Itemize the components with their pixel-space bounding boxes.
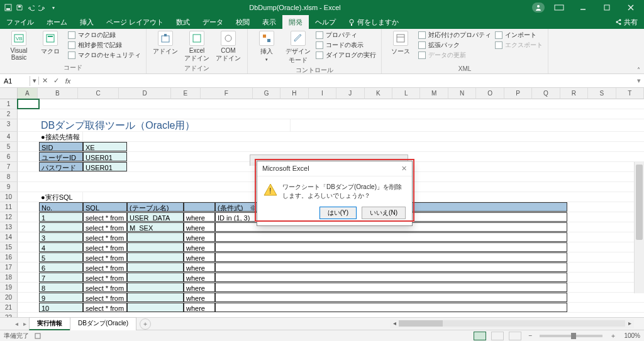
zoom-handle[interactable]	[571, 333, 576, 339]
td-sql[interactable]: select * from	[83, 242, 127, 252]
row-header-2[interactable]: 2	[0, 109, 18, 119]
td-table[interactable]	[127, 252, 184, 262]
row-header-18[interactable]: 18	[0, 273, 18, 283]
row-header-9[interactable]: 9	[0, 182, 18, 192]
view-normal-button[interactable]	[474, 332, 486, 340]
col-header-R[interactable]: R	[560, 88, 588, 99]
td-no[interactable]: 10	[39, 303, 83, 312]
conn-label[interactable]: ユーザーID	[39, 152, 83, 161]
namebox-dropdown-icon[interactable]: ▾	[30, 77, 39, 85]
undo-icon[interactable]	[26, 3, 35, 12]
cancel-fx-icon[interactable]: ✕	[39, 77, 50, 85]
dialog-close-icon[interactable]: ✕	[401, 165, 407, 173]
td-sql[interactable]: select * from	[83, 273, 127, 282]
map-props-button[interactable]: 対応付けのプロパティ	[418, 31, 491, 40]
conn-label[interactable]: パスワード	[39, 162, 83, 171]
td-cond[interactable]	[215, 242, 567, 252]
maximize-icon[interactable]	[597, 0, 616, 15]
row-header-7[interactable]: 7	[0, 162, 18, 172]
col-header-P[interactable]: P	[504, 88, 532, 99]
row-header-20[interactable]: 20	[0, 293, 18, 303]
col-header-T[interactable]: T	[616, 88, 644, 99]
hscroll-thumb[interactable]	[399, 320, 443, 327]
conn-value[interactable]: USER01	[83, 152, 127, 161]
macro-security-button[interactable]: マクロのセキュリティ	[68, 51, 141, 60]
share-button[interactable]: 共有	[609, 15, 644, 29]
col-header-E[interactable]: E	[171, 88, 200, 99]
col-header-I[interactable]: I	[309, 88, 336, 99]
row-header-3[interactable]: 3	[0, 119, 18, 132]
row-header-15[interactable]: 15	[0, 242, 18, 252]
td-table[interactable]	[127, 293, 184, 302]
td-where[interactable]: where	[184, 212, 215, 222]
td-sql[interactable]: select * from	[83, 222, 127, 232]
td-where[interactable]: where	[184, 242, 215, 252]
td-no[interactable]: 6	[39, 263, 83, 272]
row-header-22[interactable]: 22	[0, 313, 18, 317]
tell-me[interactable]: 何をしますか	[342, 15, 405, 29]
tab-nav-next-icon[interactable]: ▸	[21, 320, 29, 327]
autosave-icon[interactable]	[4, 3, 13, 12]
td-no[interactable]: 7	[39, 273, 83, 282]
td-cond[interactable]	[215, 273, 567, 282]
cell-A1[interactable]	[18, 99, 39, 109]
vertical-scrollbar[interactable]	[634, 162, 644, 293]
horizontal-scrollbar[interactable]: ◂▸	[390, 320, 634, 328]
td-sql[interactable]: select * from	[83, 303, 127, 312]
add-sheet-button[interactable]: ＋	[140, 318, 151, 330]
col-header-J[interactable]: J	[336, 88, 364, 99]
tab-開発[interactable]: 開発	[282, 15, 309, 29]
col-header-F[interactable]: F	[201, 88, 253, 99]
tab-挿入[interactable]: 挿入	[74, 15, 100, 29]
td-no[interactable]: 1	[39, 212, 83, 222]
td-cond[interactable]	[215, 283, 567, 292]
fx-icon[interactable]: fx	[62, 77, 74, 85]
td-sql[interactable]: select * from	[83, 232, 127, 242]
view-code-button[interactable]: コードの表示	[316, 41, 376, 50]
conn-header[interactable]: ●接続先情報	[39, 132, 83, 141]
td-table[interactable]	[127, 283, 184, 292]
td-no[interactable]: 2	[39, 222, 83, 232]
col-header-A[interactable]: A	[18, 88, 38, 99]
zoom-in-icon[interactable]: ＋	[608, 332, 619, 340]
macro-record-status-icon[interactable]	[34, 332, 42, 340]
td-where[interactable]: where	[184, 263, 215, 272]
col-header-L[interactable]: L	[392, 88, 420, 99]
qatdropdown-icon[interactable]: ▾	[49, 3, 58, 12]
sheet-title[interactable]: DBダンプ取得ツール（Oracle用）	[39, 119, 291, 131]
row-header-12[interactable]: 12	[0, 212, 18, 222]
td-table[interactable]	[127, 242, 184, 252]
td-where[interactable]: where	[184, 232, 215, 242]
td-cond[interactable]	[215, 293, 567, 302]
td-where[interactable]: where	[184, 283, 215, 292]
td-where[interactable]: where	[184, 252, 215, 262]
record-macro-button[interactable]: マクロの記録	[68, 31, 141, 40]
zoom-value[interactable]: 100%	[624, 332, 640, 339]
row-headers[interactable]: 12345678910111213141516171819202122	[0, 99, 18, 317]
td-table[interactable]: USER_DATA	[127, 212, 184, 222]
tab-数式[interactable]: 数式	[170, 15, 196, 29]
dialog-no-button[interactable]: いいえ(N)	[362, 207, 406, 219]
col-header-C[interactable]: C	[78, 88, 119, 99]
td-sql[interactable]: select * from	[83, 293, 127, 302]
import-button[interactable]: インポート	[495, 31, 543, 40]
td-cond[interactable]	[215, 252, 567, 262]
conn-value[interactable]: XE	[83, 142, 127, 151]
run-dialog-button[interactable]: ダイアログの実行	[316, 51, 376, 60]
properties-button[interactable]: プロパティ	[316, 31, 376, 40]
td-no[interactable]: 8	[39, 283, 83, 292]
row-header-4[interactable]: 4	[0, 132, 18, 142]
td-sql[interactable]: select * from	[83, 283, 127, 292]
redo-icon[interactable]	[38, 3, 47, 12]
row-header-19[interactable]: 19	[0, 283, 18, 293]
row-header-21[interactable]: 21	[0, 303, 18, 313]
accept-fx-icon[interactable]: ✓	[50, 77, 62, 85]
tab-ヘルプ[interactable]: ヘルプ	[309, 15, 342, 29]
row-header-5[interactable]: 5	[0, 142, 18, 152]
close-icon[interactable]	[621, 0, 640, 15]
td-where[interactable]: where	[184, 222, 215, 232]
row-header-17[interactable]: 17	[0, 263, 18, 273]
vscroll-thumb[interactable]	[636, 165, 643, 240]
save-icon[interactable]	[15, 3, 24, 12]
col-header-K[interactable]: K	[365, 88, 392, 99]
